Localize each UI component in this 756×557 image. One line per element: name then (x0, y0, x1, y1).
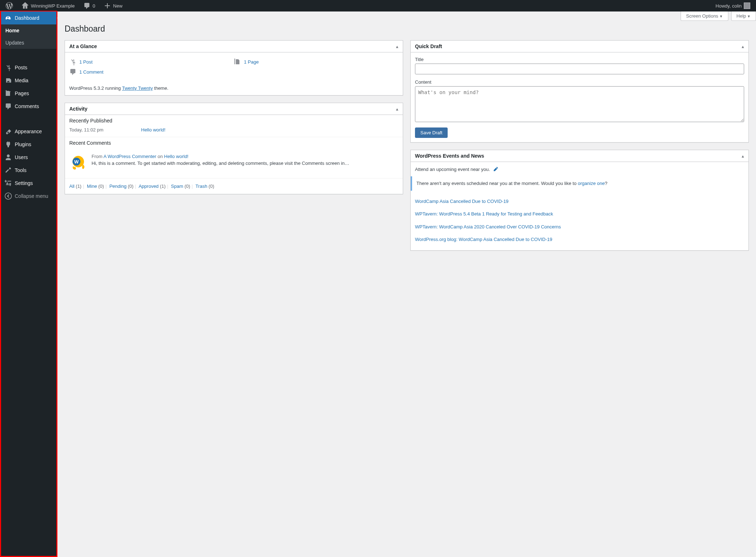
news-item: WordPress.org blog: WordCamp Asia Cancel… (415, 233, 744, 246)
activity-box: Activity ▴ Recently Published Today, 11:… (65, 103, 403, 194)
comment-filters: All (1)| Mine (0)| Pending (0)| Approved… (65, 178, 403, 194)
comments-count: 0 (93, 3, 95, 9)
sidebar-item-pages[interactable]: Pages (1, 87, 56, 100)
publish-time: Today, 11:02 pm (69, 127, 141, 133)
svg-point-0 (5, 193, 11, 199)
events-news-box: WordPress Events and News ▴ Attend an up… (410, 150, 749, 251)
activity-title: Activity (69, 106, 88, 112)
screen-meta: Screen Options Help (65, 11, 756, 21)
at-a-glance-box: At a Glance ▴ 1 Post 1 Page (65, 40, 403, 96)
my-account[interactable]: Howdy, colin (713, 0, 753, 11)
admin-bar: WinningWP Example 0 New Howdy, colin (0, 0, 756, 11)
sidebar-item-dashboard[interactable]: Dashboard (1, 11, 56, 24)
pencil-icon[interactable] (493, 166, 499, 172)
comment-text: Hi, this is a comment. To get started wi… (92, 160, 349, 167)
organize-link[interactable]: organize one (578, 181, 605, 186)
wrench-icon (5, 167, 12, 174)
pages-icon (234, 58, 241, 65)
wordpress-icon (6, 2, 13, 9)
new-content[interactable]: New (101, 0, 125, 11)
commenter-link[interactable]: A WordPress Commenter (103, 154, 156, 159)
screen-options-button[interactable]: Screen Options (681, 11, 728, 21)
title-label: Title (415, 57, 744, 62)
sidebar-item-settings[interactable]: Settings (1, 177, 56, 190)
plus-icon (104, 2, 111, 9)
glance-comments-link[interactable]: 1 Comment (79, 69, 103, 75)
sidebar-item-appearance[interactable]: Appearance (1, 125, 56, 138)
dashboard-icon (5, 14, 12, 22)
sidebar-item-comments[interactable]: Comments (1, 100, 56, 113)
svg-text:W: W (74, 159, 79, 164)
news-item: WPTavern: WordCamp Asia 2020 Canceled Ov… (415, 221, 744, 233)
toggle-icon[interactable]: ▴ (396, 44, 398, 49)
avatar-icon (744, 3, 750, 9)
save-draft-button[interactable]: Save Draft (415, 127, 448, 138)
sidebar-sub-updates[interactable]: Updates (1, 37, 56, 49)
filter-trash[interactable]: Trash (196, 184, 207, 189)
quick-draft-box: Quick Draft ▴ Title Content Save Draft (410, 40, 749, 143)
comment-icon (83, 2, 90, 9)
media-icon (5, 77, 12, 84)
help-button[interactable]: Help (731, 11, 756, 21)
collapse-icon (5, 192, 12, 200)
sidebar-label: Dashboard (15, 15, 39, 21)
events-intro: Attend an upcoming event near you. (415, 166, 744, 176)
howdy-label: Howdy, colin (715, 3, 742, 9)
news-item: WordCamp Asia Cancelled Due to COVID-19 (415, 195, 744, 208)
sidebar-item-media[interactable]: Media (1, 74, 56, 87)
sidebar-item-tools[interactable]: Tools (1, 164, 56, 177)
filter-mine[interactable]: Mine (87, 184, 97, 189)
comments-link[interactable]: 0 (80, 0, 98, 11)
published-row: Today, 11:02 pm Hello world! (65, 125, 403, 137)
filter-all[interactable]: All (69, 184, 74, 189)
filter-spam[interactable]: Spam (171, 184, 183, 189)
plugin-icon (5, 141, 12, 148)
glance-comments: 1 Comment (69, 67, 398, 77)
content-label: Content (415, 79, 744, 85)
sidebar-collapse[interactable]: Collapse menu (1, 190, 56, 203)
admin-sidebar: Dashboard Home Updates Posts Media Pages… (0, 11, 57, 557)
comments-icon (5, 103, 12, 110)
toggle-icon[interactable]: ▴ (742, 153, 744, 159)
comment-item: W From A WordPress Commenter on Hello wo… (69, 152, 398, 174)
quickdraft-title: Quick Draft (415, 43, 442, 49)
filter-pending[interactable]: Pending (109, 184, 127, 189)
pin-icon (69, 58, 76, 65)
home-icon (22, 2, 29, 9)
filter-approved[interactable]: Approved (139, 184, 159, 189)
wp-logo[interactable] (3, 0, 16, 11)
sidebar-sub-home[interactable]: Home (1, 24, 56, 37)
toggle-icon[interactable]: ▴ (742, 44, 744, 49)
site-name-label: WinningWP Example (31, 3, 75, 9)
pages-icon (5, 90, 12, 97)
main-content: Screen Options Help Dashboard At a Glanc… (57, 11, 756, 557)
brush-icon (5, 128, 12, 135)
toggle-icon[interactable]: ▴ (396, 106, 398, 112)
recent-comments-heading: Recent Comments (65, 137, 403, 147)
sidebar-item-posts[interactable]: Posts (1, 61, 56, 74)
events-notice: There aren't any events scheduled near y… (411, 176, 748, 191)
theme-link[interactable]: Twenty Twenty (122, 85, 153, 91)
news-item: WPTavern: WordPress 5.4 Beta 1 Ready for… (415, 208, 744, 221)
sidebar-item-plugins[interactable]: Plugins (1, 138, 56, 151)
site-name[interactable]: WinningWP Example (19, 0, 78, 11)
page-title: Dashboard (65, 21, 749, 35)
glance-posts-link[interactable]: 1 Post (79, 59, 93, 65)
news-list: WordCamp Asia Cancelled Due to COVID-19 … (415, 195, 744, 246)
new-label: New (113, 3, 122, 9)
comment-post-link[interactable]: Hello world! (164, 154, 188, 159)
recently-published-heading: Recently Published (65, 115, 403, 125)
comment-meta: From A WordPress Commenter on Hello worl… (92, 154, 349, 159)
comment-icon (69, 68, 76, 75)
wapuu-avatar-icon: W (69, 154, 87, 172)
sidebar-item-users[interactable]: Users (1, 151, 56, 164)
pin-icon (5, 64, 12, 71)
draft-content-input[interactable] (415, 86, 744, 122)
glance-title: At a Glance (69, 43, 97, 49)
glance-pages-link[interactable]: 1 Page (244, 59, 259, 65)
user-icon (5, 154, 12, 161)
draft-title-input[interactable] (415, 64, 744, 74)
wp-version: WordPress 5.3.2 running Twenty Twenty th… (69, 81, 398, 91)
sliders-icon (5, 180, 12, 187)
publish-title-link[interactable]: Hello world! (141, 127, 165, 133)
